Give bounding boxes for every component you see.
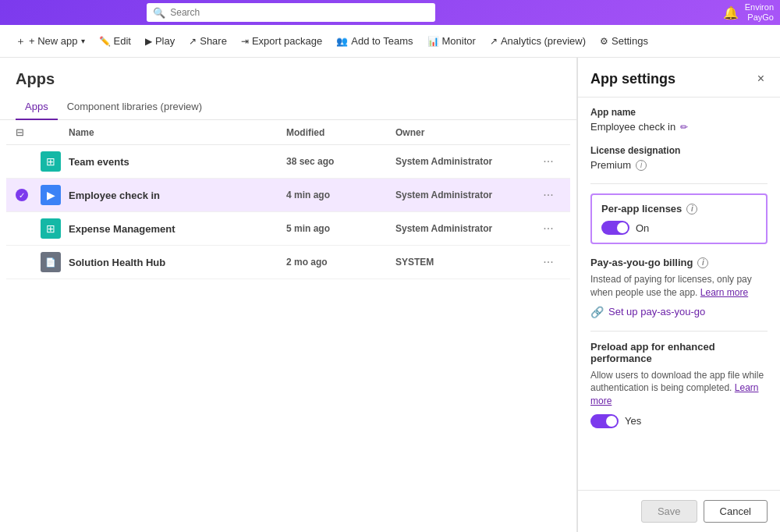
row-owner: System Administrator <box>395 156 536 167</box>
play-icon: ▶ <box>145 36 152 47</box>
panel-footer: Save Cancel <box>578 490 780 532</box>
teams-icon: 👥 <box>336 36 348 47</box>
app-settings-panel: App settings × App name Employee check i… <box>577 58 780 532</box>
add-teams-button[interactable]: 👥 Add to Teams <box>330 32 419 50</box>
row-name: Solution Health Hub <box>69 257 286 268</box>
preload-section: Preload app for enhanced performance All… <box>590 341 768 428</box>
payg-description: Instead of paying for licenses, only pay… <box>590 273 768 300</box>
tab-component-libraries[interactable]: Component libraries (preview) <box>58 94 211 120</box>
new-app-button[interactable]: ＋ + New app ▾ <box>9 31 91 51</box>
search-icon: 🔍 <box>153 7 165 19</box>
panel-title: App settings <box>590 71 675 87</box>
preload-toggle-label: Yes <box>625 415 641 427</box>
play-button[interactable]: ▶ Play <box>139 32 181 50</box>
payg-setup-link[interactable]: 🔗 Set up pay-as-you-go <box>590 306 768 318</box>
per-app-info-icon[interactable]: i <box>686 204 697 215</box>
panel-body: App name Employee check in ✏ License des… <box>578 98 780 490</box>
search-input[interactable] <box>170 7 429 18</box>
header-name: Name <box>69 127 286 138</box>
row-name: Expense Management <box>69 223 286 235</box>
share-button[interactable]: ↗ Share <box>183 32 233 50</box>
apps-table: ⊟ Name Modified Owner ⊞ Team events 38 s… <box>0 120 576 279</box>
page-title: Apps <box>0 58 576 88</box>
check-circle-icon: ✓ <box>16 189 28 201</box>
row-context-menu[interactable]: ··· <box>536 188 561 202</box>
settings-button[interactable]: ⚙ Settings <box>594 32 654 50</box>
toolbar: ＋ + New app ▾ ✏️ Edit ▶ Play ↗ Share ⇥ E… <box>0 25 780 58</box>
row-modified: 2 mo ago <box>286 257 395 268</box>
share-icon: ↗ <box>189 36 197 47</box>
analytics-button[interactable]: ↗ Analytics (preview) <box>484 32 592 50</box>
payg-info-icon[interactable]: i <box>697 257 708 268</box>
row-owner: System Administrator <box>395 190 536 200</box>
gear-icon: ⚙ <box>600 36 608 47</box>
export-button[interactable]: ⇥ Export package <box>235 32 328 50</box>
divider-2 <box>590 331 768 332</box>
panel-header: App settings × <box>578 58 780 98</box>
table-row[interactable]: ✓ ▶ Employee check in 4 min ago System A… <box>6 179 570 212</box>
app-name-label: App name <box>590 107 768 118</box>
app-name-section: App name Employee check in ✏ <box>590 107 768 133</box>
header-check: ⊟ <box>16 126 41 138</box>
payg-section: Pay-as-you-go billing i Instead of payin… <box>590 257 768 318</box>
analytics-icon: ↗ <box>490 36 498 47</box>
close-button[interactable]: × <box>754 70 768 87</box>
monitor-button[interactable]: 📊 Monitor <box>421 32 482 50</box>
tab-apps[interactable]: Apps <box>16 94 58 120</box>
preload-title: Preload app for enhanced performance <box>590 341 768 364</box>
table-row[interactable]: ⊞ Expense Management 5 min ago System Ad… <box>6 212 570 246</box>
per-app-licenses-section: Per-app licenses i On <box>590 193 768 244</box>
row-modified: 4 min ago <box>286 190 395 200</box>
chevron-down-icon: ▾ <box>81 37 85 45</box>
monitor-icon: 📊 <box>427 36 439 47</box>
app-icon-solution-health: 📄 <box>41 252 61 272</box>
app-name-value: Employee check in ✏ <box>590 121 768 133</box>
header-modified: Modified <box>286 127 395 138</box>
divider <box>590 183 768 184</box>
setup-link-icon: 🔗 <box>590 306 604 318</box>
app-icon-employee-check-in: ▶ <box>41 185 61 205</box>
row-context-menu[interactable]: ··· <box>536 255 561 269</box>
license-label: License designation <box>590 145 768 156</box>
save-button[interactable]: Save <box>641 500 697 523</box>
row-name: Employee check in <box>69 190 286 201</box>
row-name: Team events <box>69 156 286 168</box>
table-header: ⊟ Name Modified Owner <box>6 120 570 145</box>
top-bar: 🔍 🔔 Environ PayGo <box>0 0 780 25</box>
row-icon: 📄 <box>41 252 69 272</box>
cancel-button[interactable]: Cancel <box>704 500 768 523</box>
preload-toggle-row: Yes <box>590 414 768 428</box>
per-app-toggle[interactable] <box>601 221 629 235</box>
tabs: Apps Component libraries (preview) <box>0 88 576 120</box>
license-info-icon[interactable]: i <box>636 160 647 171</box>
per-app-label: Per-app licenses i <box>601 203 757 215</box>
payg-title: Pay-as-you-go billing i <box>590 257 768 268</box>
plus-icon: ＋ <box>16 34 26 48</box>
row-modified: 5 min ago <box>286 223 395 234</box>
edit-button[interactable]: ✏️ Edit <box>93 32 137 50</box>
row-icon: ▶ <box>41 185 69 205</box>
row-context-menu[interactable]: ··· <box>536 222 561 236</box>
payg-learn-more-link[interactable]: Learn more <box>700 287 748 298</box>
bell-icon[interactable]: 🔔 <box>723 5 739 20</box>
table-row[interactable]: 📄 Solution Health Hub 2 mo ago SYSTEM ··… <box>6 246 570 279</box>
preload-toggle[interactable] <box>590 414 619 428</box>
row-owner: System Administrator <box>395 223 536 234</box>
row-check-selected: ✓ <box>16 189 41 201</box>
app-icon-expense: ⊞ <box>41 218 61 239</box>
license-section: License designation Premium i <box>590 145 768 171</box>
row-icon: ⊞ <box>41 218 69 239</box>
app-icon-team-events: ⊞ <box>41 151 61 172</box>
edit-app-name-icon[interactable]: ✏ <box>680 122 688 133</box>
table-row[interactable]: ⊞ Team events 38 sec ago System Administ… <box>6 145 570 179</box>
per-app-toggle-label: On <box>636 222 649 234</box>
row-owner: SYSTEM <box>395 257 536 268</box>
sort-icon: ⊟ <box>16 126 24 138</box>
row-modified: 38 sec ago <box>286 156 395 167</box>
preload-description: Allow users to download the app file whi… <box>590 369 768 408</box>
search-box[interactable]: 🔍 <box>147 3 435 22</box>
top-bar-right: 🔔 Environ PayGo <box>723 2 774 23</box>
main-layout: Apps Apps Component libraries (preview) … <box>0 58 780 532</box>
row-context-menu[interactable]: ··· <box>536 154 561 168</box>
edit-icon: ✏️ <box>99 36 111 47</box>
